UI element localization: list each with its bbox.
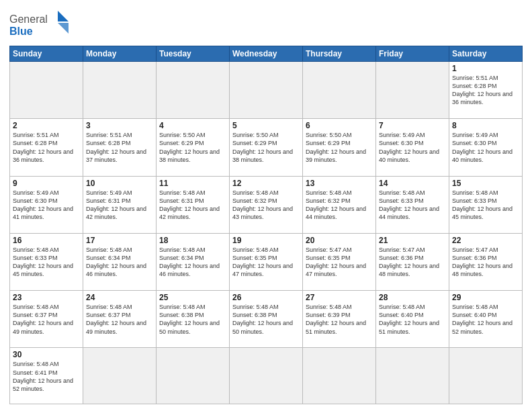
day-info: Sunrise: 5:48 AM Sunset: 6:39 PM Dayligh… (306, 303, 373, 336)
page: General Blue SundayMondayTuesdayWednesda… (0, 0, 532, 411)
day-number: 20 (306, 236, 373, 245)
day-info: Sunrise: 5:48 AM Sunset: 6:40 PM Dayligh… (452, 303, 519, 336)
calendar-cell: 24Sunrise: 5:48 AM Sunset: 6:37 PM Dayli… (83, 291, 157, 348)
calendar-cell: 7Sunrise: 5:49 AM Sunset: 6:30 PM Daylig… (376, 119, 449, 176)
day-number: 28 (379, 293, 446, 302)
calendar-week-1: 1Sunrise: 5:51 AM Sunset: 6:28 PM Daylig… (10, 62, 523, 119)
calendar-cell: 6Sunrise: 5:50 AM Sunset: 6:29 PM Daylig… (303, 119, 376, 176)
calendar-cell (376, 62, 449, 119)
calendar-cell: 1Sunrise: 5:51 AM Sunset: 6:28 PM Daylig… (449, 62, 523, 119)
day-info: Sunrise: 5:47 AM Sunset: 6:36 PM Dayligh… (379, 246, 446, 279)
header: General Blue (9, 7, 523, 42)
calendar-cell (230, 348, 303, 404)
day-info: Sunrise: 5:48 AM Sunset: 6:35 PM Dayligh… (232, 246, 300, 279)
day-number: 21 (379, 236, 446, 245)
calendar-cell: 13Sunrise: 5:48 AM Sunset: 6:32 PM Dayli… (303, 176, 376, 233)
svg-text:General: General (9, 13, 48, 25)
day-info: Sunrise: 5:47 AM Sunset: 6:35 PM Dayligh… (306, 246, 373, 279)
svg-marker-2 (58, 11, 69, 21)
svg-marker-3 (58, 23, 69, 34)
calendar-cell: 5Sunrise: 5:50 AM Sunset: 6:29 PM Daylig… (230, 119, 303, 176)
calendar-cell (83, 348, 157, 404)
calendar-cell: 15Sunrise: 5:48 AM Sunset: 6:33 PM Dayli… (449, 176, 523, 233)
day-info: Sunrise: 5:48 AM Sunset: 6:37 PM Dayligh… (86, 303, 153, 336)
calendar-cell: 23Sunrise: 5:48 AM Sunset: 6:37 PM Dayli… (10, 291, 83, 348)
day-number: 25 (159, 293, 226, 302)
day-info: Sunrise: 5:48 AM Sunset: 6:34 PM Dayligh… (159, 246, 226, 279)
day-info: Sunrise: 5:48 AM Sunset: 6:32 PM Dayligh… (232, 189, 300, 222)
day-info: Sunrise: 5:48 AM Sunset: 6:31 PM Dayligh… (159, 189, 226, 222)
calendar-cell (303, 62, 376, 119)
day-info: Sunrise: 5:49 AM Sunset: 6:30 PM Dayligh… (379, 131, 446, 164)
day-info: Sunrise: 5:49 AM Sunset: 6:31 PM Dayligh… (86, 189, 153, 222)
day-number: 23 (13, 293, 80, 302)
day-number: 12 (232, 179, 300, 188)
svg-text:Blue: Blue (9, 26, 33, 37)
day-number: 9 (13, 179, 80, 188)
day-info: Sunrise: 5:48 AM Sunset: 6:33 PM Dayligh… (13, 246, 80, 279)
day-info: Sunrise: 5:48 AM Sunset: 6:41 PM Dayligh… (13, 360, 80, 393)
day-number: 13 (306, 179, 373, 188)
day-info: Sunrise: 5:51 AM Sunset: 6:28 PM Dayligh… (86, 131, 153, 164)
day-info: Sunrise: 5:49 AM Sunset: 6:30 PM Dayligh… (13, 189, 80, 222)
calendar-week-4: 16Sunrise: 5:48 AM Sunset: 6:33 PM Dayli… (10, 233, 523, 290)
day-info: Sunrise: 5:50 AM Sunset: 6:29 PM Dayligh… (306, 131, 373, 164)
day-number: 4 (159, 121, 226, 130)
calendar-cell: 27Sunrise: 5:48 AM Sunset: 6:39 PM Dayli… (303, 291, 376, 348)
day-number: 19 (232, 236, 300, 245)
weekday-header-friday: Friday (376, 46, 449, 62)
day-info: Sunrise: 5:50 AM Sunset: 6:29 PM Dayligh… (232, 131, 300, 164)
day-info: Sunrise: 5:48 AM Sunset: 6:32 PM Dayligh… (306, 189, 373, 222)
logo: General Blue (9, 9, 70, 42)
calendar-cell: 10Sunrise: 5:49 AM Sunset: 6:31 PM Dayli… (83, 176, 157, 233)
calendar-cell: 2Sunrise: 5:51 AM Sunset: 6:28 PM Daylig… (10, 119, 83, 176)
day-number: 6 (306, 121, 373, 130)
calendar-table: SundayMondayTuesdayWednesdayThursdayFrid… (9, 46, 523, 404)
day-number: 24 (86, 293, 153, 302)
calendar-cell: 4Sunrise: 5:50 AM Sunset: 6:29 PM Daylig… (157, 119, 230, 176)
calendar-cell: 3Sunrise: 5:51 AM Sunset: 6:28 PM Daylig… (83, 119, 157, 176)
day-info: Sunrise: 5:49 AM Sunset: 6:30 PM Dayligh… (452, 131, 519, 164)
weekday-header-saturday: Saturday (449, 46, 523, 62)
calendar-cell: 28Sunrise: 5:48 AM Sunset: 6:40 PM Dayli… (376, 291, 449, 348)
weekday-header-tuesday: Tuesday (157, 46, 230, 62)
day-info: Sunrise: 5:48 AM Sunset: 6:38 PM Dayligh… (159, 303, 226, 336)
day-number: 18 (159, 236, 226, 245)
day-info: Sunrise: 5:47 AM Sunset: 6:36 PM Dayligh… (452, 246, 519, 279)
calendar-cell: 14Sunrise: 5:48 AM Sunset: 6:33 PM Dayli… (376, 176, 449, 233)
day-number: 11 (159, 179, 226, 188)
calendar-cell: 12Sunrise: 5:48 AM Sunset: 6:32 PM Dayli… (230, 176, 303, 233)
calendar-week-5: 23Sunrise: 5:48 AM Sunset: 6:37 PM Dayli… (10, 291, 523, 348)
weekday-header-sunday: Sunday (10, 46, 83, 62)
calendar-cell: 29Sunrise: 5:48 AM Sunset: 6:40 PM Dayli… (449, 291, 523, 348)
calendar-week-6: 30Sunrise: 5:48 AM Sunset: 6:41 PM Dayli… (10, 348, 523, 404)
day-info: Sunrise: 5:48 AM Sunset: 6:37 PM Dayligh… (13, 303, 80, 336)
weekday-header-row: SundayMondayTuesdayWednesdayThursdayFrid… (10, 46, 523, 62)
day-info: Sunrise: 5:48 AM Sunset: 6:34 PM Dayligh… (86, 246, 153, 279)
calendar-cell (157, 348, 230, 404)
day-info: Sunrise: 5:48 AM Sunset: 6:33 PM Dayligh… (379, 189, 446, 222)
day-number: 8 (452, 121, 519, 130)
calendar-cell: 26Sunrise: 5:48 AM Sunset: 6:38 PM Dayli… (230, 291, 303, 348)
day-info: Sunrise: 5:50 AM Sunset: 6:29 PM Dayligh… (159, 131, 226, 164)
day-number: 26 (232, 293, 300, 302)
day-number: 17 (86, 236, 153, 245)
day-info: Sunrise: 5:48 AM Sunset: 6:33 PM Dayligh… (452, 189, 519, 222)
calendar-cell (10, 62, 83, 119)
calendar-cell: 20Sunrise: 5:47 AM Sunset: 6:35 PM Dayli… (303, 233, 376, 290)
day-info: Sunrise: 5:51 AM Sunset: 6:28 PM Dayligh… (13, 131, 80, 164)
day-number: 7 (379, 121, 446, 130)
calendar-cell: 21Sunrise: 5:47 AM Sunset: 6:36 PM Dayli… (376, 233, 449, 290)
calendar-cell: 22Sunrise: 5:47 AM Sunset: 6:36 PM Dayli… (449, 233, 523, 290)
day-number: 29 (452, 293, 519, 302)
calendar-cell (303, 348, 376, 404)
calendar-cell: 25Sunrise: 5:48 AM Sunset: 6:38 PM Dayli… (157, 291, 230, 348)
day-number: 14 (379, 179, 446, 188)
weekday-header-wednesday: Wednesday (230, 46, 303, 62)
day-number: 5 (232, 121, 300, 130)
day-info: Sunrise: 5:51 AM Sunset: 6:28 PM Dayligh… (452, 74, 519, 107)
calendar-cell (449, 348, 523, 404)
day-info: Sunrise: 5:48 AM Sunset: 6:40 PM Dayligh… (379, 303, 446, 336)
weekday-header-monday: Monday (83, 46, 157, 62)
day-info: Sunrise: 5:48 AM Sunset: 6:38 PM Dayligh… (232, 303, 300, 336)
